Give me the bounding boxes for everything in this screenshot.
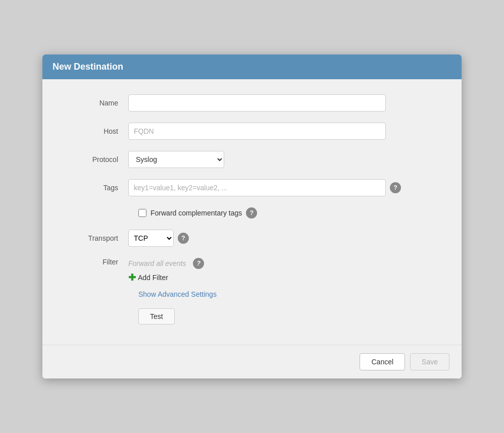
host-row: Host <box>63 123 441 140</box>
plus-icon: ✚ <box>128 273 136 282</box>
save-button: Save <box>410 353 449 370</box>
forward-complementary-checkbox[interactable] <box>138 209 146 217</box>
dialog-footer: Cancel Save <box>42 345 462 378</box>
name-row: Name <box>63 94 441 112</box>
transport-label: Transport <box>63 234 128 242</box>
tags-input[interactable] <box>128 179 386 196</box>
host-label: Host <box>63 127 128 135</box>
protocol-select[interactable]: Syslog CEF LEEF <box>128 151 224 168</box>
forward-complementary-help-icon: ? <box>246 207 257 219</box>
dialog-body: Name Host Protocol Syslog CEF LEEF Tags … <box>42 79 462 345</box>
protocol-row: Protocol Syslog CEF LEEF <box>63 151 441 168</box>
protocol-label: Protocol <box>63 155 128 164</box>
transport-row: Transport TCP UDP TLS ? <box>63 230 441 247</box>
name-input[interactable] <box>128 94 386 112</box>
test-row: Test <box>138 308 441 324</box>
transport-select[interactable]: TCP UDP TLS <box>128 230 174 247</box>
tags-label: Tags <box>63 184 128 192</box>
add-filter-button[interactable]: ✚ Add Filter <box>128 273 204 282</box>
filter-row: Filter Forward all events ? ✚ Add Filter <box>63 258 441 282</box>
dialog-header: New Destination <box>42 55 462 79</box>
name-label: Name <box>63 99 128 107</box>
filter-placeholder: Forward all events ? <box>128 258 204 269</box>
filter-label: Filter <box>63 258 128 266</box>
filter-help-icon: ? <box>193 258 204 269</box>
forward-complementary-row: Forward complementary tags ? <box>138 207 441 219</box>
filter-content: Forward all events ? ✚ Add Filter <box>128 258 204 282</box>
tags-wrapper: ? <box>128 179 401 196</box>
dialog-title: New Destination <box>53 62 451 72</box>
transport-controls: TCP UDP TLS ? <box>128 230 189 247</box>
transport-help-icon: ? <box>178 233 189 244</box>
show-advanced-settings-link[interactable]: Show Advanced Settings <box>138 290 441 298</box>
tags-help-icon: ? <box>390 182 401 193</box>
cancel-button[interactable]: Cancel <box>360 353 405 370</box>
tags-row: Tags ? <box>63 179 441 196</box>
forward-complementary-label: Forward complementary tags <box>150 209 242 217</box>
new-destination-dialog: New Destination Name Host Protocol Syslo… <box>42 55 462 378</box>
add-filter-label: Add Filter <box>138 274 168 282</box>
host-input[interactable] <box>128 123 386 140</box>
test-button[interactable]: Test <box>138 308 175 324</box>
